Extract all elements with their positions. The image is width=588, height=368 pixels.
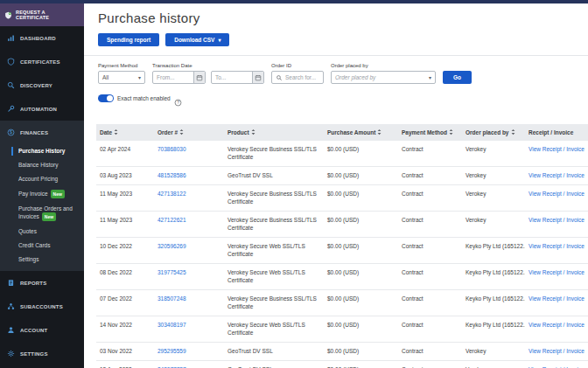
- view-receipt-invoice-link[interactable]: View Receipt / Invoice: [528, 322, 584, 328]
- order-number-link[interactable]: 427122621: [158, 217, 186, 223]
- search-icon: [276, 74, 283, 81]
- exact-match-label: Exact match enabled: [117, 95, 171, 101]
- sidebar-item-label: DASHBOARD: [20, 36, 56, 41]
- cell-receipt-invoice: View Receipt / Invoice: [525, 185, 588, 212]
- column-header-product[interactable]: Product: [224, 124, 324, 141]
- order-number-link[interactable]: 318507248: [158, 295, 186, 302]
- cell-order-placed-by: Verokey: [462, 212, 525, 238]
- cell-order-number: 320596269: [154, 238, 224, 264]
- order-number-link[interactable]: 481528586: [158, 172, 186, 178]
- view-receipt-invoice-link[interactable]: View Receipt / Invoice: [528, 295, 584, 302]
- sidebar-subitem-pay-invoice[interactable]: Pay InvoiceNew: [0, 186, 84, 202]
- cell-date: 08 Dec 2022: [96, 264, 154, 290]
- order-number-link[interactable]: 319775425: [158, 269, 186, 275]
- view-receipt-invoice-link[interactable]: View Receipt / Invoice: [528, 243, 584, 249]
- request-certificate-button[interactable]: REQUEST A CERTIFICATE: [0, 3, 84, 26]
- cell-product: Verokey Secure Business SSL/TLS Certific…: [224, 185, 324, 212]
- date-to-input[interactable]: To...: [211, 71, 264, 84]
- column-header-purchase-amount[interactable]: Purchase Amount: [324, 124, 398, 141]
- sidebar-item-subaccounts[interactable]: SUBACCOUNTS: [0, 295, 84, 318]
- table-row: 03 Aug 2023481528586GeoTrust DV SSL$0.00…: [96, 167, 588, 185]
- sidebar-item-discovery[interactable]: DISCOVERY: [0, 73, 84, 97]
- calendar-button[interactable]: [252, 72, 263, 83]
- column-header-order-placed-by[interactable]: Order placed by: [462, 124, 525, 141]
- cell-order-number: 248077727: [154, 361, 224, 368]
- sort-icon[interactable]: [377, 128, 382, 136]
- order-placed-by-filter: Order placed by Order placed by ▾: [331, 63, 436, 84]
- cell-product: Verokey Secure Business SSL/TLS Certific…: [224, 141, 324, 167]
- sidebar-subitem-purchase-orders-and-invoices[interactable]: Purchase Orders and InvoicesNew: [0, 202, 84, 225]
- date-from-input[interactable]: From...: [152, 71, 206, 84]
- sort-icon[interactable]: [251, 128, 256, 136]
- sidebar-item-automation[interactable]: AUTOMATION: [0, 97, 84, 121]
- cell-receipt-invoice: View Receipt / Invoice: [525, 167, 588, 185]
- table-row: 10 Dec 2022320596269Verokey Secure Web S…: [96, 238, 588, 264]
- shield-plus-icon: [4, 11, 12, 19]
- view-receipt-invoice-link[interactable]: View Receipt / Invoice: [528, 269, 584, 275]
- chevron-down-icon: ▾: [138, 74, 141, 80]
- payment-method-select[interactable]: All ▾: [98, 71, 145, 84]
- view-receipt-invoice-link[interactable]: View Receipt / Invoice: [528, 217, 584, 223]
- order-number-link[interactable]: 320596269: [158, 243, 186, 249]
- sidebar-subitem-label: Credit Cards: [18, 242, 50, 248]
- table-row: 03 Nov 2022295295559GeoTrust DV SSL$0.00…: [96, 343, 588, 361]
- view-receipt-invoice-link[interactable]: View Receipt / Invoice: [528, 172, 584, 178]
- order-number-link[interactable]: 303408197: [158, 322, 186, 328]
- cell-order-placed-by: Verokey: [462, 185, 525, 212]
- cell-order-number: 427122621: [154, 212, 224, 238]
- column-header-order[interactable]: Order #: [154, 124, 224, 141]
- finances-group: $FINANCESPurchase HistoryBalance History…: [0, 121, 84, 271]
- sidebar-item-dashboard[interactable]: DASHBOARD: [0, 26, 84, 50]
- order-number-link[interactable]: 703868030: [158, 146, 186, 152]
- order-number-link[interactable]: 427138122: [158, 191, 186, 197]
- sidebar-subitem-balance-history[interactable]: Balance History: [0, 158, 84, 172]
- sidebar-subitem-account-pricing[interactable]: Account Pricing: [0, 172, 84, 186]
- sidebar-item-label: SETTINGS: [20, 351, 48, 357]
- cell-date: 03 Aug 2023: [96, 167, 154, 185]
- view-receipt-invoice-link[interactable]: View Receipt / Invoice: [528, 348, 584, 354]
- sort-icon[interactable]: [114, 128, 118, 136]
- cell-receipt-invoice: View Receipt / Invoice: [525, 141, 588, 167]
- exact-match-toggle[interactable]: [98, 94, 114, 102]
- order-number-link[interactable]: 295295559: [158, 348, 186, 354]
- sidebar-subitem-label: Purchase History: [18, 148, 65, 154]
- go-button[interactable]: Go: [443, 71, 472, 84]
- page-title: Purchase history: [98, 10, 588, 25]
- view-receipt-invoice-link[interactable]: View Receipt / Invoice: [528, 191, 584, 197]
- sidebar-subitem-purchase-history[interactable]: Purchase History: [0, 144, 84, 158]
- sort-icon[interactable]: [511, 128, 515, 136]
- cell-purchase-amount: $0.00 (USD): [324, 316, 398, 343]
- column-header-payment-method[interactable]: Payment Method: [398, 124, 462, 141]
- sidebar-subitem-credit-cards[interactable]: Credit Cards: [0, 239, 84, 253]
- cell-product: Verokey Secure Web SSL/TLS Certificate: [224, 264, 324, 290]
- cell-date: 07 Dec 2022: [96, 290, 154, 316]
- sidebar-item-finances[interactable]: $FINANCES: [0, 121, 84, 144]
- calendar-button[interactable]: [193, 72, 205, 83]
- column-header-date[interactable]: Date: [96, 124, 154, 141]
- sort-icon[interactable]: [449, 128, 453, 136]
- sidebar-item-account[interactable]: ACCOUNT: [0, 318, 84, 342]
- sidebar-item-settings[interactable]: SETTINGS: [0, 342, 84, 365]
- order-placed-by-select[interactable]: Order placed by ▾: [331, 71, 436, 84]
- view-receipt-invoice-link[interactable]: View Receipt / Invoice: [528, 146, 584, 152]
- sidebar-item-certificates[interactable]: CERTIFICATES: [0, 50, 84, 73]
- sidebar-item-reports[interactable]: REPORTS: [0, 271, 84, 295]
- cell-product: Verokey Secure Business SSL/TLS Certific…: [224, 290, 324, 316]
- help-icon[interactable]: ?: [174, 94, 182, 102]
- download-csv-button[interactable]: Download CSV ▾: [165, 33, 229, 46]
- spending-report-button[interactable]: Spending report: [98, 33, 159, 46]
- cell-purchase-amount: $0.00 (USD): [324, 264, 398, 290]
- sidebar-subitem-quotes[interactable]: Quotes: [0, 225, 84, 239]
- date-from-placeholder: From...: [157, 74, 193, 80]
- date-to-placeholder: To...: [215, 74, 252, 80]
- cell-payment-method: Contract: [398, 361, 462, 368]
- cell-purchase-amount: $0.00 (USD): [324, 212, 398, 238]
- svg-text:$: $: [10, 129, 12, 135]
- cell-order-number: 703868030: [154, 141, 224, 167]
- sidebar-subitem-settings[interactable]: Settings: [0, 253, 84, 267]
- sort-icon[interactable]: [179, 128, 184, 136]
- sidebar-item-label: FINANCES: [20, 130, 48, 135]
- filter-bar: Payment Method All ▾ Transaction Date Fr…: [98, 63, 588, 84]
- order-id-search-input[interactable]: Search for...: [271, 71, 324, 84]
- cell-product: Verokey Secure Business SSL/TLS Certific…: [224, 212, 324, 238]
